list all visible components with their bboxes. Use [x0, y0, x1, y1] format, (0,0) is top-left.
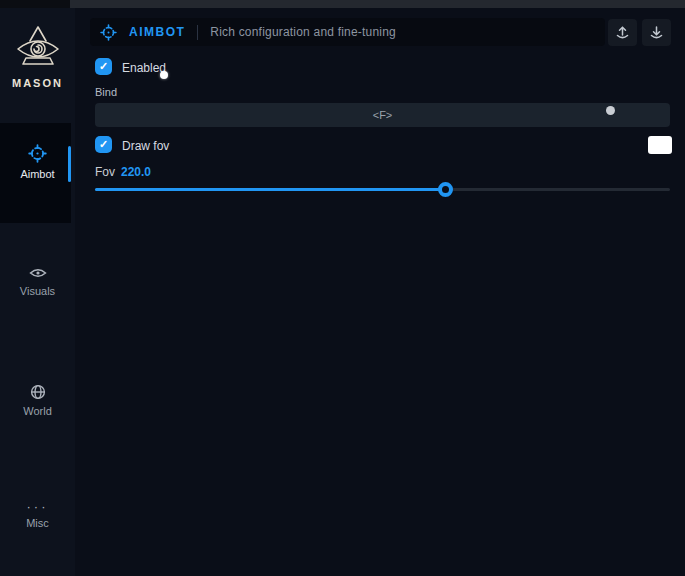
fov-color-swatch[interactable]	[648, 136, 672, 154]
fov-slider[interactable]	[95, 188, 670, 191]
bind-keybind-input[interactable]: <F>	[95, 103, 670, 127]
fov-value: 220.0	[121, 165, 151, 179]
import-config-button[interactable]	[642, 19, 671, 46]
sidebar-item-label: Aimbot	[0, 168, 75, 180]
pyramid-eye-logo-icon	[0, 24, 75, 74]
eye-icon	[0, 266, 75, 280]
input-cursor-dot	[606, 106, 615, 115]
window-top-strip-left	[0, 0, 70, 8]
sidebar-item-label: World	[0, 405, 75, 417]
enabled-checkbox[interactable]: ✓	[95, 58, 112, 75]
page-subtitle: Rich configuration and fine-tuning	[210, 25, 396, 39]
draw-fov-checkbox[interactable]: ✓	[95, 136, 112, 153]
sidebar-item-world[interactable]: World	[0, 384, 75, 417]
window-top-strip	[0, 0, 685, 8]
draw-fov-label: Draw fov	[122, 139, 169, 153]
brand-name: MASON	[0, 77, 75, 89]
ellipsis-icon: ···	[0, 502, 75, 512]
crosshair-icon	[0, 144, 75, 163]
bind-value: <F>	[373, 109, 393, 121]
globe-icon	[0, 384, 75, 400]
sidebar-item-label: Misc	[0, 517, 75, 529]
brand-logo: MASON	[0, 24, 75, 89]
export-config-button[interactable]	[608, 19, 637, 46]
fov-slider-fill	[95, 188, 446, 191]
sidebar-item-misc[interactable]: ··· Misc	[0, 502, 75, 529]
fov-label: Fov	[95, 165, 115, 179]
app-window: MASON Aimbot Visuals	[0, 0, 685, 576]
fov-slider-handle[interactable]	[438, 182, 453, 197]
download-icon	[649, 25, 664, 40]
page-title: AIMBOT	[129, 25, 185, 39]
page-header: AIMBOT Rich configuration and fine-tunin…	[90, 18, 605, 46]
sidebar-item-label: Visuals	[0, 285, 75, 297]
sidebar-item-aimbot[interactable]: Aimbot	[0, 144, 75, 180]
crosshair-icon	[100, 24, 117, 41]
sidebar: MASON Aimbot Visuals	[0, 8, 75, 576]
bind-label: Bind	[95, 86, 117, 98]
mouse-cursor-dot	[160, 71, 168, 79]
upload-icon	[615, 25, 630, 40]
header-divider	[197, 25, 198, 40]
sidebar-item-visuals[interactable]: Visuals	[0, 266, 75, 297]
